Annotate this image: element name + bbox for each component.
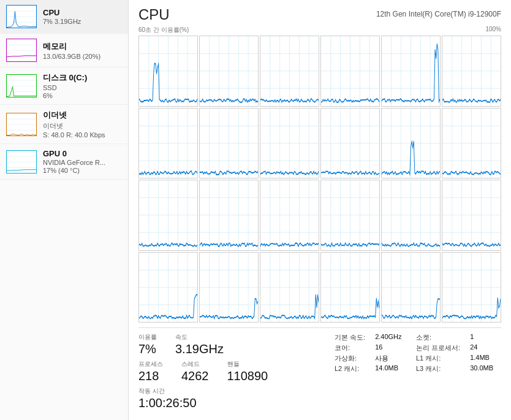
cpu-chart-core-19 bbox=[199, 252, 259, 323]
info-label-4: 가상화: bbox=[335, 354, 365, 363]
cpu-chart-core-17 bbox=[442, 180, 501, 251]
info-value-2: 16 bbox=[375, 343, 406, 353]
cpu-charts-grid bbox=[138, 36, 501, 323]
cpu-chart-core-12 bbox=[138, 180, 198, 251]
sidebar-sub1-gpu: NVIDIA GeForce R... bbox=[43, 159, 105, 166]
cpu-chart-core-21 bbox=[320, 252, 380, 323]
sidebar: CPU7% 3.19GHz메모리13.0/63.9GB (20%)디스크 0(C… bbox=[0, 0, 129, 420]
info-value-6: 14.0MB bbox=[375, 364, 406, 373]
sidebar-sub1-cpu: 7% 3.19GHz bbox=[43, 18, 81, 25]
cpu-chart-core-10 bbox=[381, 108, 441, 179]
info-label-6: L2 캐시: bbox=[335, 364, 365, 373]
chart-label-left: 60초 간 이용률(%) bbox=[138, 26, 189, 34]
sidebar-item-cpu[interactable]: CPU7% 3.19GHz bbox=[0, 0, 128, 34]
cpu-chart-core-18 bbox=[138, 252, 198, 323]
processes-label: 프로세스 bbox=[138, 360, 163, 368]
speed-stat: 속도 3.19GHz bbox=[175, 333, 224, 356]
sidebar-item-ethernet[interactable]: 이더넷이더넷S: 48.0 R: 40.0 Kbps bbox=[0, 105, 128, 144]
sidebar-sub1-memory: 13.0/63.9GB (20%) bbox=[43, 53, 100, 60]
cpu-chart-core-5 bbox=[442, 36, 501, 107]
charts-area: 60초 간 이용률(%) 100% bbox=[138, 26, 501, 323]
stats-area: 이용률 7% 속도 3.19GHz 프로세스 218 스레드 4262 bbox=[138, 327, 501, 414]
utilization-stat: 이용률 7% bbox=[138, 333, 157, 356]
cpu-chart-core-3 bbox=[320, 36, 380, 107]
sidebar-sub2-gpu: 17% (40 °C) bbox=[43, 167, 105, 174]
processes-value: 218 bbox=[138, 368, 163, 383]
uptime-row: 작동 시간 1:00:26:50 bbox=[138, 387, 322, 410]
stats-left: 이용률 7% 속도 3.19GHz 프로세스 218 스레드 4262 bbox=[138, 333, 322, 414]
info-value-0: 2.40GHz bbox=[375, 333, 406, 342]
sidebar-item-disk[interactable]: 디스크 0(C:)SSD6% bbox=[0, 67, 128, 105]
info-label-3: 논리 프로세서: bbox=[416, 343, 460, 353]
main-content: CPU 12th Gen Intel(R) Core(TM) i9-12900F… bbox=[129, 0, 511, 420]
sidebar-info-gpu: GPU 0NVIDIA GeForce R...17% (40 °C) bbox=[43, 149, 105, 174]
sidebar-item-gpu[interactable]: GPU 0NVIDIA GeForce R...17% (40 °C) bbox=[0, 144, 128, 180]
cpu-chart-core-0 bbox=[138, 36, 198, 107]
cpu-chart-core-11 bbox=[442, 108, 501, 179]
speed-value: 3.19GHz bbox=[175, 342, 224, 356]
info-value-3: 24 bbox=[470, 343, 501, 353]
sidebar-title-cpu: CPU bbox=[43, 8, 81, 17]
cpu-chart-core-20 bbox=[260, 252, 319, 323]
sidebar-info-memory: 메모리13.0/63.9GB (20%) bbox=[43, 41, 100, 60]
cpu-chart-core-14 bbox=[260, 180, 319, 251]
threads-label: 스레드 bbox=[181, 360, 209, 368]
sidebar-sub2-disk: 6% bbox=[43, 92, 87, 99]
cpu-chart-core-1 bbox=[199, 36, 259, 107]
info-label-7: L3 캐시: bbox=[416, 364, 460, 373]
sidebar-info-disk: 디스크 0(C:)SSD6% bbox=[43, 72, 87, 99]
cpu-chart-core-15 bbox=[320, 180, 380, 251]
cpu-chart-core-7 bbox=[199, 108, 259, 179]
handles-value: 110890 bbox=[227, 368, 268, 383]
cpu-model: 12th Gen Intel(R) Core(TM) i9-12900F bbox=[376, 10, 501, 18]
info-label-5: L1 캐시: bbox=[416, 354, 460, 363]
cpu-chart-core-16 bbox=[381, 180, 441, 251]
cpu-chart-core-9 bbox=[320, 108, 380, 179]
sidebar-sub2-ethernet: S: 48.0 R: 40.0 Kbps bbox=[43, 131, 105, 139]
speed-label: 속도 bbox=[175, 333, 224, 342]
sidebar-info-ethernet: 이더넷이더넷S: 48.0 R: 40.0 Kbps bbox=[43, 110, 105, 139]
utilization-value: 7% bbox=[138, 342, 157, 356]
info-value-7: 30.0MB bbox=[470, 364, 501, 373]
info-label-2: 코어: bbox=[335, 343, 365, 353]
sidebar-item-memory[interactable]: 메모리13.0/63.9GB (20%) bbox=[0, 34, 128, 67]
sidebar-thumb-cpu bbox=[6, 5, 37, 28]
sidebar-title-memory: 메모리 bbox=[43, 41, 100, 52]
cpu-chart-core-22 bbox=[381, 252, 441, 323]
threads-stat: 스레드 4262 bbox=[181, 360, 209, 383]
processes-stat: 프로세스 218 bbox=[138, 360, 163, 383]
sidebar-title-ethernet: 이더넷 bbox=[43, 110, 105, 121]
handles-label: 핸들 bbox=[227, 360, 268, 368]
sidebar-sub1-disk: SSD bbox=[43, 84, 87, 91]
cpu-chart-core-2 bbox=[260, 36, 319, 107]
main-header: CPU 12th Gen Intel(R) Core(TM) i9-12900F bbox=[138, 6, 501, 23]
uptime-stat: 작동 시간 1:00:26:50 bbox=[138, 387, 197, 410]
chart-labels: 60초 간 이용률(%) 100% bbox=[138, 26, 501, 34]
utilization-label: 이용률 bbox=[138, 333, 157, 342]
sidebar-sub1-ethernet: 이더넷 bbox=[43, 121, 105, 131]
info-value-1: 1 bbox=[470, 333, 501, 342]
cpu-chart-core-13 bbox=[199, 180, 259, 251]
info-value-4: 사용 bbox=[375, 354, 406, 363]
cpu-chart-core-8 bbox=[260, 108, 319, 179]
processes-threads-row: 프로세스 218 스레드 4262 핸들 110890 bbox=[138, 360, 322, 383]
sidebar-thumb-ethernet bbox=[6, 113, 37, 136]
sidebar-title-disk: 디스크 0(C:) bbox=[43, 72, 87, 83]
sidebar-thumb-memory bbox=[6, 39, 37, 62]
handles-stat: 핸들 110890 bbox=[227, 360, 268, 383]
cpu-chart-core-23 bbox=[442, 252, 501, 323]
info-label-1: 소켓: bbox=[416, 333, 460, 342]
threads-value: 4262 bbox=[181, 368, 209, 383]
uptime-label: 작동 시간 bbox=[138, 387, 197, 395]
sidebar-title-gpu: GPU 0 bbox=[43, 149, 105, 158]
info-value-5: 1.4MB bbox=[470, 354, 501, 363]
sidebar-thumb-gpu bbox=[6, 150, 37, 174]
utilization-speed-row: 이용률 7% 속도 3.19GHz bbox=[138, 333, 322, 356]
sidebar-info-cpu: CPU7% 3.19GHz bbox=[43, 8, 81, 25]
cpu-chart-core-6 bbox=[138, 108, 198, 179]
page-title: CPU bbox=[138, 6, 170, 23]
chart-label-right: 100% bbox=[485, 26, 501, 34]
info-label-0: 기본 속도: bbox=[335, 333, 365, 342]
sidebar-thumb-disk bbox=[6, 74, 37, 97]
stats-right: 기본 속도:2.40GHz소켓:1코어:16논리 프로세서:24가상화:사용L1… bbox=[322, 333, 501, 414]
